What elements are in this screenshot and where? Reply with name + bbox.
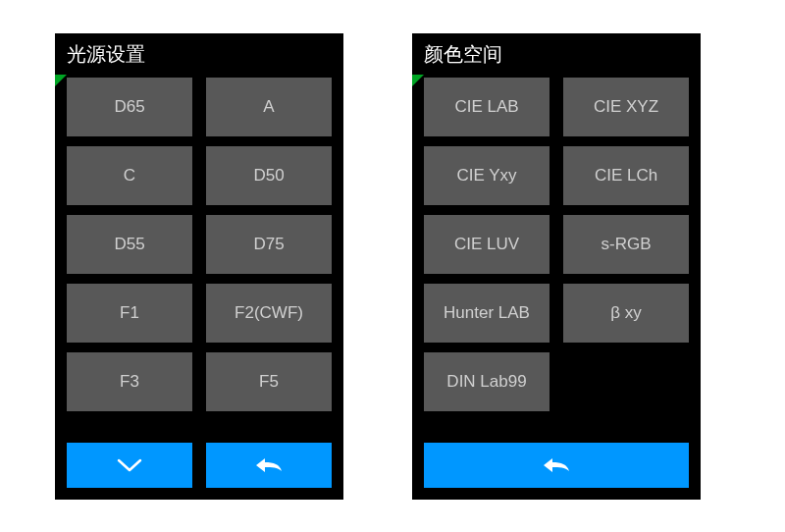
option-grid: D65 A C D50 D55 D75 F1 F2(CWF) F3 F5: [55, 78, 343, 411]
footer-bar: [424, 443, 689, 488]
option-f5[interactable]: F5: [206, 352, 332, 411]
option-c[interactable]: C: [67, 146, 192, 205]
page-down-button[interactable]: [67, 443, 192, 488]
option-cie-luv[interactable]: CIE LUV: [424, 215, 550, 274]
selection-indicator: [412, 75, 424, 86]
option-cie-lab[interactable]: CIE LAB: [424, 78, 550, 136]
selection-indicator: [55, 75, 67, 86]
option-cie-xyz[interactable]: CIE XYZ: [563, 78, 689, 136]
panel-light-source: 光源设置 D65 A C D50 D55 D75 F1 F2(CWF) F3 F…: [55, 33, 343, 500]
option-beta-xy[interactable]: β xy: [563, 284, 689, 343]
back-button[interactable]: [206, 443, 332, 488]
option-a[interactable]: A: [206, 78, 332, 136]
option-cie-lch[interactable]: CIE LCh: [563, 146, 689, 205]
panel-title: 颜色空间: [412, 33, 701, 78]
back-arrow-icon: [540, 455, 573, 475]
option-grid: CIE LAB CIE XYZ CIE Yxy CIE LCh CIE LUV …: [412, 78, 701, 411]
back-arrow-icon: [252, 455, 286, 475]
option-f1[interactable]: F1: [67, 284, 192, 343]
option-cie-yxy[interactable]: CIE Yxy: [424, 146, 550, 205]
back-button[interactable]: [424, 443, 689, 488]
panel-title: 光源设置: [55, 33, 343, 78]
panel-color-space: 颜色空间 CIE LAB CIE XYZ CIE Yxy CIE LCh CIE…: [412, 33, 701, 500]
option-srgb[interactable]: s-RGB: [563, 215, 689, 274]
option-d55[interactable]: D55: [67, 215, 192, 274]
footer-bar: [67, 443, 332, 488]
chevron-down-icon: [115, 456, 144, 474]
option-d75[interactable]: D75: [206, 215, 332, 274]
option-f2cwf[interactable]: F2(CWF): [206, 284, 332, 343]
option-hunter-lab[interactable]: Hunter LAB: [424, 284, 550, 343]
option-d50[interactable]: D50: [206, 146, 332, 205]
option-f3[interactable]: F3: [67, 352, 192, 411]
option-d65[interactable]: D65: [67, 78, 192, 136]
option-din-lab99[interactable]: DIN Lab99: [424, 352, 550, 411]
